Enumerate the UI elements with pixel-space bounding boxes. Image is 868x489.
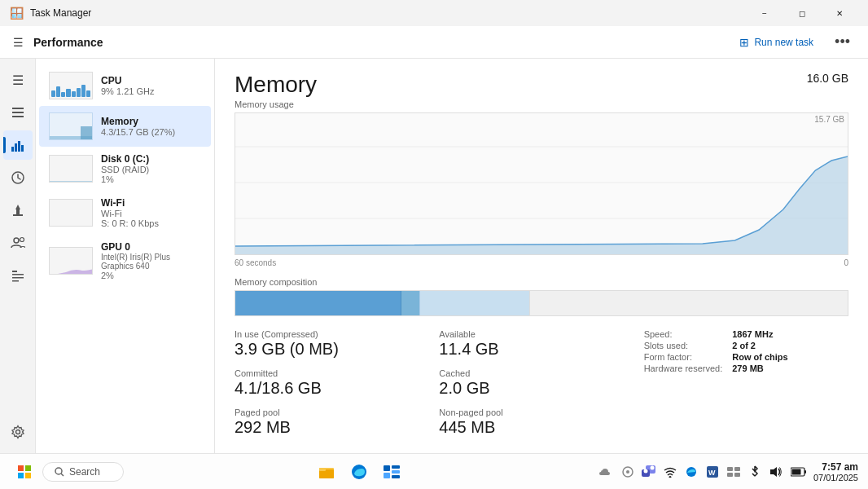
toolbar: ☰ Performance ⊞ Run new task ••• <box>0 26 868 59</box>
tray-taskview-icon[interactable] <box>726 462 742 482</box>
svg-point-42 <box>650 465 654 469</box>
nav-item-cpu[interactable]: CPU 9% 1.21 GHz <box>39 65 211 106</box>
stat-nonpaged-label: Non-paged pool <box>439 408 643 417</box>
tray-vpn-icon[interactable] <box>620 462 636 482</box>
tray-cloud-icon[interactable] <box>595 462 615 482</box>
stat-slots-value: 2 of 2 <box>732 341 848 350</box>
stat-available-value: 11.4 GB <box>439 339 643 359</box>
taskbar-edge-icon[interactable] <box>344 457 374 487</box>
svg-rect-13 <box>12 274 24 275</box>
svg-marker-52 <box>770 467 777 477</box>
memory-panel-total: 16.0 GB <box>807 72 848 85</box>
time-display[interactable]: 7:57 am 07/01/2025 <box>813 461 858 482</box>
stat-paged-value: 292 MB <box>235 417 439 437</box>
nav-item-wifi[interactable]: Wi-Fi Wi-Fi S: 0 R: 0 Kbps <box>39 191 211 235</box>
run-task-label: Run new task <box>754 37 813 48</box>
content-area: ☰ <box>0 59 868 453</box>
svg-point-10 <box>14 238 19 243</box>
start-button[interactable] <box>10 457 39 487</box>
svg-point-44 <box>669 476 671 478</box>
tray-wifi-icon[interactable] <box>662 462 678 482</box>
tray-volume-icon[interactable] <box>768 462 784 482</box>
cpu-nav-sub: 9% 1.21 GHz <box>101 86 154 96</box>
stat-cached: Cached 2.0 GB <box>439 368 643 398</box>
svg-rect-8 <box>16 209 20 214</box>
stat-form-value: Row of chips <box>732 352 848 362</box>
svg-rect-37 <box>392 475 400 478</box>
sidebar-icon-settings[interactable] <box>3 417 33 447</box>
svg-rect-33 <box>384 465 390 471</box>
nav-item-disk[interactable]: Disk 0 (C:) SSD (RAID) 1% <box>39 147 211 191</box>
tray-teams-icon[interactable] <box>641 462 657 482</box>
taskbar-left: Search <box>10 457 124 487</box>
sidebar-icon-performance[interactable] <box>3 130 33 160</box>
taskbar-right: W 7:57 am 07/01/2025 <box>595 461 858 482</box>
tray-bluetooth-icon[interactable] <box>747 462 763 482</box>
nav-item-memory[interactable]: Memory 4.3/15.7 GB (27%) <box>39 106 211 147</box>
tray-edge-icon[interactable] <box>683 462 699 482</box>
wifi-thumbnail <box>49 199 93 227</box>
svg-rect-0 <box>12 108 24 109</box>
sidebar-icon-users[interactable] <box>3 228 33 258</box>
taskbar-files-icon[interactable] <box>312 457 341 487</box>
svg-rect-26 <box>25 473 31 478</box>
sidebar-icon-history[interactable] <box>3 163 33 192</box>
svg-rect-1 <box>12 112 24 113</box>
stat-hardware-label: Hardware reserved: <box>644 363 723 373</box>
time-value: 7:57 am <box>813 461 858 473</box>
comp-modified <box>401 291 419 315</box>
disk-nav-sub2: 1% <box>101 174 149 184</box>
sidebar-icon-hamburger[interactable]: ☰ <box>3 65 33 95</box>
svg-rect-9 <box>13 214 23 216</box>
more-options-button[interactable]: ••• <box>830 32 855 52</box>
menu-icon[interactable]: ☰ <box>13 36 24 49</box>
svg-rect-49 <box>734 467 740 471</box>
stat-paged: Paged pool 292 MB <box>235 408 439 437</box>
stats-grid: In use (Compressed) 3.9 GB (0 MB) Commit… <box>235 329 848 437</box>
stat-available: Available 11.4 GB <box>439 329 643 359</box>
wifi-nav-label: Wi-Fi <box>101 197 159 209</box>
restore-button[interactable]: ◻ <box>783 0 821 26</box>
gpu-nav-sub: Intel(R) Iris(R) Plus Graphics 640 <box>101 253 201 271</box>
sidebar-icon-details[interactable] <box>3 261 33 290</box>
svg-rect-24 <box>25 465 31 471</box>
svg-rect-51 <box>734 473 740 477</box>
svg-rect-25 <box>18 473 24 478</box>
stat-nonpaged-value: 445 MB <box>439 417 643 437</box>
svg-rect-31 <box>319 468 326 471</box>
sidebar-icon-processes[interactable] <box>3 98 33 127</box>
disk-nav-label: Disk 0 (C:) <box>101 153 149 165</box>
stat-nonpaged: Non-paged pool 445 MB <box>439 408 643 437</box>
svg-point-27 <box>55 468 62 474</box>
svg-rect-54 <box>804 470 806 474</box>
gpu-thumbnail <box>49 247 93 275</box>
svg-text:W: W <box>708 469 716 477</box>
stat-cached-label: Cached <box>439 368 643 378</box>
taskbar-taskmanager-icon[interactable] <box>377 457 406 487</box>
disk-thumbnail <box>49 155 93 183</box>
tray-word-icon[interactable]: W <box>704 462 721 482</box>
tray-battery-icon[interactable] <box>789 462 809 482</box>
stat-form-label: Form factor: <box>644 352 723 362</box>
chart-time-left: 60 seconds <box>235 258 276 267</box>
cpu-nav-label: CPU <box>101 75 154 86</box>
run-new-task-button[interactable]: ⊞ Run new task <box>733 33 820 52</box>
minimize-button[interactable]: − <box>746 0 783 26</box>
svg-rect-55 <box>791 469 800 474</box>
svg-rect-19 <box>50 181 93 183</box>
svg-line-28 <box>61 474 64 476</box>
comp-free <box>529 291 848 315</box>
svg-rect-12 <box>12 271 17 272</box>
search-bar[interactable]: Search <box>42 462 124 482</box>
toolbar-title: Performance <box>33 36 103 49</box>
date-value: 07/01/2025 <box>813 473 858 482</box>
cpu-thumbnail <box>49 72 93 99</box>
comp-in-use <box>235 291 401 315</box>
sidebar-icon-startup[interactable] <box>3 196 33 225</box>
close-button[interactable]: ✕ <box>821 0 858 26</box>
stat-speed-label: Speed: <box>644 329 723 339</box>
run-task-icon: ⊞ <box>739 36 749 49</box>
svg-point-39 <box>626 470 629 474</box>
gpu-nav-label: GPU 0 <box>101 241 201 253</box>
nav-item-gpu[interactable]: GPU 0 Intel(R) Iris(R) Plus Graphics 640… <box>39 235 211 287</box>
